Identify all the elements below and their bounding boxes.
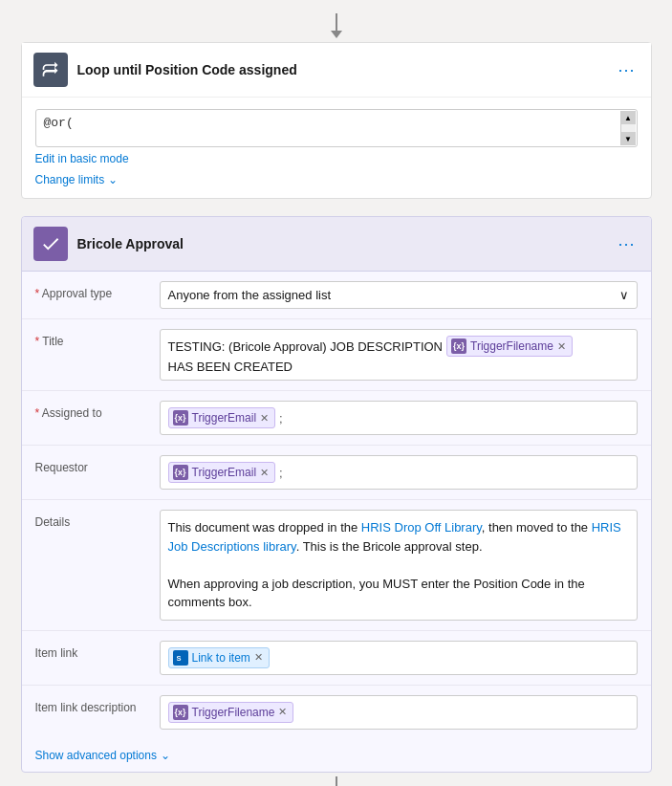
details-text3: . This is the Bricole approval step. [296, 539, 483, 554]
arrow-line [336, 13, 337, 31]
flow-container: Loop until Position Code assigned ··· @o… [21, 10, 652, 786]
middle-arrow-connector [331, 776, 342, 787]
loop-icon [41, 60, 60, 79]
top-arrow-connector [331, 13, 342, 38]
loop-title: Loop until Position Code assigned [77, 62, 615, 77]
loop-header: Loop until Position Code assigned ··· [22, 43, 651, 98]
arrow-head [331, 31, 342, 38]
title-value: TESTING: (Bricole Approval) JOB DESCRIPT… [160, 329, 638, 381]
link-to-item-close-button[interactable]: ✕ [254, 651, 263, 664]
requestor-label: Requestor [35, 455, 160, 474]
details-input[interactable]: This document was dropped in the HRIS Dr… [160, 510, 638, 621]
approval-body: Approval type Anyone from the assigned l… [22, 272, 651, 772]
approval-type-chevron-icon: ∨ [619, 288, 629, 302]
middle-arrow-line [336, 776, 337, 787]
approval-icon-box [33, 227, 68, 261]
item-link-desc-value: {x} TriggerFilename ✕ [160, 695, 638, 730]
details-text2: , then moved to the [482, 520, 592, 535]
loop-more-button[interactable]: ··· [614, 60, 639, 80]
assigned-to-input[interactable]: {x} TriggerEmail ✕ ; [160, 401, 638, 435]
trigger-filename-token-desc[interactable]: {x} TriggerFilename ✕ [168, 702, 294, 723]
title-line1: TESTING: (Bricole Approval) JOB DESCRIPT… [168, 336, 629, 357]
sharepoint-s-icon: S [175, 652, 186, 664]
approval-header: Bricole Approval ··· [22, 217, 651, 272]
details-label: Details [35, 510, 160, 529]
title-prefix-text: TESTING: (Bricole Approval) JOB DESCRIPT… [168, 339, 444, 354]
approval-type-value: Anyone from the assigned list ∨ [160, 281, 638, 309]
item-link-input[interactable]: S Link to item ✕ [160, 641, 638, 675]
details-text1: This document was dropped in the [168, 520, 361, 535]
scroll-down-button[interactable]: ▼ [621, 132, 636, 145]
assigned-to-separator: ; [279, 411, 283, 426]
token-requestor-label: TriggerEmail [192, 466, 257, 479]
token-desc-label: TriggerFilename [192, 706, 275, 719]
details-text4: When approving a job description, you MU… [168, 577, 585, 610]
token-email-close-button[interactable]: ✕ [260, 412, 269, 425]
svg-text:S: S [176, 654, 181, 663]
formula-input-wrapper[interactable]: @or( ▲ ▼ [35, 109, 638, 147]
scroll-up-button[interactable]: ▲ [621, 111, 636, 124]
details-link1[interactable]: HRIS Drop Off Library [361, 520, 482, 535]
token-icon-purple-desc: {x} [173, 705, 188, 720]
item-link-desc-label: Item link description [35, 695, 160, 714]
title-line2: HAS BEEN CREATED [168, 360, 629, 374]
token-desc-close-button[interactable]: ✕ [278, 706, 287, 718]
sharepoint-icon: S [173, 650, 188, 666]
formula-scrollbar[interactable]: ▲ ▼ [620, 111, 636, 145]
edit-basic-mode-link[interactable]: Edit in basic mode [35, 152, 129, 165]
approval-type-label: Approval type [35, 281, 160, 300]
item-link-value: S Link to item ✕ [160, 641, 638, 675]
requestor-input[interactable]: {x} TriggerEmail ✕ ; [160, 455, 638, 490]
assigned-to-label: Assigned to [35, 401, 160, 420]
token-icon-purple-assigned: {x} [173, 410, 188, 426]
requestor-value: {x} TriggerEmail ✕ ; [160, 455, 638, 490]
approval-type-dropdown[interactable]: Anyone from the assigned list ∨ [160, 281, 638, 309]
token-email-label: TriggerEmail [192, 411, 257, 425]
formula-text: @or( [44, 116, 614, 130]
show-advanced-label: Show advanced options [35, 749, 157, 762]
approval-type-selected: Anyone from the assigned list [168, 288, 332, 302]
item-link-row: Item link S Link to item ✕ [22, 631, 651, 686]
requestor-separator: ; [279, 466, 283, 480]
link-to-item-label: Link to item [192, 651, 250, 665]
loop-block: Loop until Position Code assigned ··· @o… [21, 42, 652, 199]
assigned-to-row: Assigned to {x} TriggerEmail ✕ ; [22, 391, 651, 446]
token-requestor-close-button[interactable]: ✕ [260, 467, 269, 479]
token-icon-purple-requestor: {x} [173, 465, 188, 480]
link-to-item-token[interactable]: S Link to item ✕ [168, 647, 270, 668]
approval-icon [40, 233, 61, 254]
details-row: Details This document was dropped in the… [22, 500, 651, 631]
token-close-button[interactable]: ✕ [557, 340, 566, 353]
title-row: Title TESTING: (Bricole Approval) JOB DE… [22, 319, 651, 391]
trigger-email-token-assigned[interactable]: {x} TriggerEmail ✕ [168, 407, 276, 428]
item-link-desc-input[interactable]: {x} TriggerFilename ✕ [160, 695, 638, 730]
assigned-to-value: {x} TriggerEmail ✕ ; [160, 401, 638, 435]
approval-title: Bricole Approval [77, 236, 615, 251]
requestor-row: Requestor {x} TriggerEmail ✕ ; [22, 446, 651, 500]
item-link-desc-row: Item link description {x} TriggerFilenam… [22, 686, 651, 739]
approval-block: Bricole Approval ··· Approval type Anyon… [21, 216, 652, 773]
token-label: TriggerFilename [470, 339, 553, 353]
token-icon-purple: {x} [451, 338, 466, 354]
details-value: This document was dropped in the HRIS Dr… [160, 510, 638, 621]
approval-type-row: Approval type Anyone from the assigned l… [22, 272, 651, 319]
title-label: Title [35, 329, 160, 348]
item-link-label: Item link [35, 641, 160, 660]
trigger-email-token-requestor[interactable]: {x} TriggerEmail ✕ [168, 462, 276, 483]
approval-more-button[interactable]: ··· [614, 234, 639, 254]
show-advanced-options-button[interactable]: Show advanced options ⌄ [22, 739, 651, 772]
change-limits-button[interactable]: Change limits ⌄ [35, 173, 638, 186]
chevron-down-icon: ⌄ [108, 173, 118, 186]
trigger-filename-token-title[interactable]: {x} TriggerFilename ✕ [446, 336, 573, 357]
title-input-area[interactable]: TESTING: (Bricole Approval) JOB DESCRIPT… [160, 329, 638, 381]
chevron-down-advanced-icon: ⌄ [161, 749, 170, 762]
loop-icon-box [33, 53, 68, 87]
loop-body: @or( ▲ ▼ Edit in basic mode Change limit… [22, 98, 651, 198]
